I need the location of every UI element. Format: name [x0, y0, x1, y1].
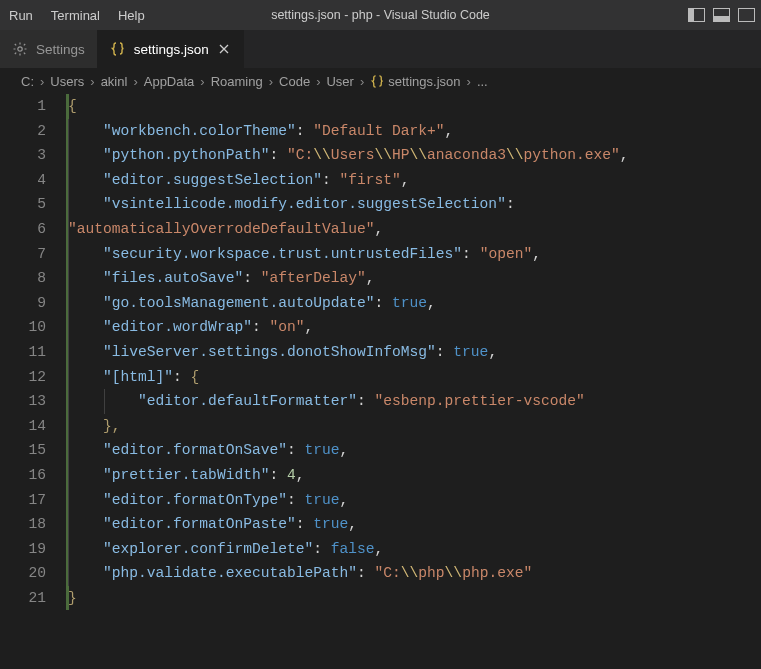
code-editor[interactable]: 123 456 789 101112 131415 161718 192021 … — [0, 94, 761, 635]
crumb-ellipsis[interactable]: ... — [474, 74, 491, 89]
chevron-right-icon: › — [198, 74, 206, 89]
chevron-right-icon: › — [314, 74, 322, 89]
crumb-users[interactable]: Users — [47, 74, 87, 89]
braces-icon — [110, 41, 126, 57]
gear-icon — [12, 41, 28, 57]
layout-controls — [688, 8, 755, 22]
chevron-right-icon: › — [358, 74, 366, 89]
svg-point-0 — [18, 47, 22, 51]
menu-help[interactable]: Help — [109, 0, 154, 30]
chevron-right-icon: › — [465, 74, 473, 89]
crumb-c[interactable]: C: — [18, 74, 37, 89]
crumb-appdata[interactable]: AppData — [141, 74, 198, 89]
layout-sidebar-icon[interactable] — [688, 8, 705, 22]
close-icon[interactable] — [217, 42, 231, 56]
window-title: settings.json - php - Visual Studio Code — [271, 8, 490, 22]
crumb-akinl[interactable]: akinl — [98, 74, 131, 89]
chevron-right-icon: › — [267, 74, 275, 89]
menubar: Run Terminal Help settings.json - php - … — [0, 0, 761, 30]
breadcrumbs[interactable]: C: › Users › akinl › AppData › Roaming ›… — [0, 68, 761, 94]
layout-panel-icon[interactable] — [713, 8, 730, 22]
line-numbers: 123 456 789 101112 131415 161718 192021 — [0, 94, 68, 635]
code-content[interactable]: { "workbench.colorTheme": "Default Dark+… — [68, 94, 761, 635]
crumb-user[interactable]: User — [323, 74, 356, 89]
braces-icon — [370, 74, 385, 89]
crumb-code[interactable]: Code — [276, 74, 313, 89]
menu-run[interactable]: Run — [0, 0, 42, 30]
chevron-right-icon: › — [131, 74, 139, 89]
tab-label: settings.json — [134, 42, 209, 57]
tab-settings[interactable]: Settings — [0, 30, 98, 68]
editor-tabs: Settings settings.json — [0, 30, 761, 68]
crumb-roaming[interactable]: Roaming — [208, 74, 266, 89]
chevron-right-icon: › — [88, 74, 96, 89]
tab-settings-json[interactable]: settings.json — [98, 30, 244, 68]
crumb-file[interactable]: settings.json — [367, 74, 463, 89]
menu-terminal[interactable]: Terminal — [42, 0, 109, 30]
tab-label: Settings — [36, 42, 85, 57]
layout-right-icon[interactable] — [738, 8, 755, 22]
chevron-right-icon: › — [38, 74, 46, 89]
